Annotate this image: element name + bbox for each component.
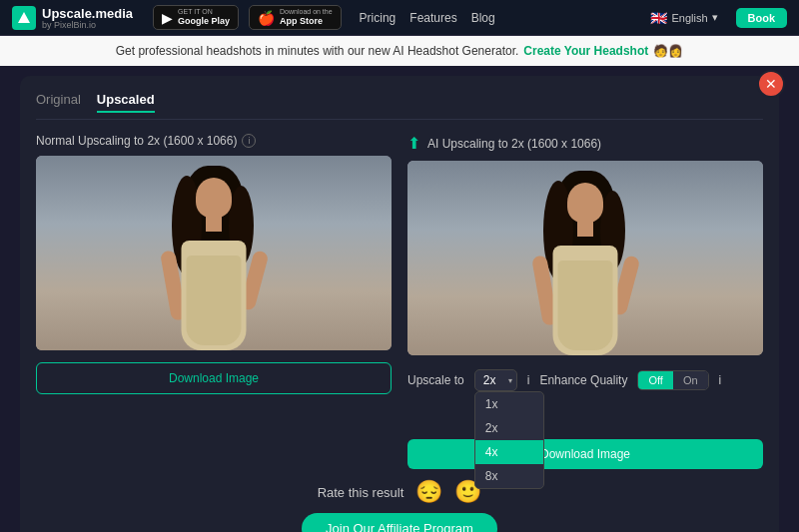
dress xyxy=(187,256,242,345)
upscale-info-icon[interactable]: i xyxy=(527,373,530,387)
left-info-icon[interactable]: i xyxy=(242,134,256,148)
pricing-link[interactable]: Pricing xyxy=(360,11,397,25)
left-image-container xyxy=(36,156,392,350)
app-store-label: Download on the App Store xyxy=(280,8,333,27)
promo-banner: Get professional headshots in minutes wi… xyxy=(0,36,799,66)
logo-name: Upscale.media xyxy=(42,6,133,21)
left-download-button[interactable]: Download Image xyxy=(36,362,392,394)
book-button[interactable]: Book xyxy=(736,8,788,28)
right-image-art xyxy=(407,161,763,355)
tab-upscaled[interactable]: Upscaled xyxy=(97,92,155,113)
tab-original[interactable]: Original xyxy=(36,92,81,113)
close-button[interactable]: ✕ xyxy=(757,70,785,98)
sad-rating-btn[interactable]: 😔 xyxy=(415,479,442,505)
right-panel-title: ⬆ AI Upscaling to 2x (1600 x 1066) xyxy=(407,134,763,153)
language-selector[interactable]: 🇬🇧 English ▾ xyxy=(650,10,717,26)
promo-text: Get professional headshots in minutes wi… xyxy=(116,44,519,58)
upscale-controls: Upscale to 2x ▾ 1x 2x 4x 8x i Enhance Qu… xyxy=(407,369,763,391)
upscale-dropdown: 1x 2x 4x 8x xyxy=(474,391,544,489)
nav-links: Pricing Features Blog xyxy=(360,11,641,25)
right-dress xyxy=(558,261,613,350)
left-title-text: Normal Upscaling to 2x (1600 x 1066) xyxy=(36,134,237,148)
toggle-off-btn[interactable]: Off xyxy=(638,371,672,389)
flag-icon: 🇬🇧 xyxy=(650,10,667,26)
enhance-quality-label: Enhance Quality xyxy=(539,373,627,387)
option-4x[interactable]: 4x xyxy=(475,440,543,464)
main-content: ✕ Original Upscaled Normal Upscaling to … xyxy=(20,76,779,532)
option-8x[interactable]: 8x xyxy=(475,464,543,488)
svg-marker-0 xyxy=(18,12,30,23)
comparison-panels: Normal Upscaling to 2x (1600 x 1066) i xyxy=(36,134,763,469)
right-panel: ⬆ AI Upscaling to 2x (1600 x 1066) xyxy=(407,134,763,469)
right-title-text: AI Upscaling to 2x (1600 x 1066) xyxy=(427,137,601,151)
promo-link[interactable]: Create Your Headshot xyxy=(523,44,648,58)
app-store-btn[interactable]: 🍎 Download on the App Store xyxy=(249,5,342,30)
get-it-on: GET IT ON xyxy=(178,8,230,16)
app-store-name: App Store xyxy=(280,16,323,26)
tabs: Original Upscaled xyxy=(36,92,763,120)
logo-area: Upscale.media by PixelBin.io xyxy=(12,6,133,30)
chevron-down-icon: ▾ xyxy=(712,11,718,24)
right-face xyxy=(567,183,603,223)
upscale-select-wrapper: 2x ▾ 1x 2x 4x 8x xyxy=(474,369,517,391)
right-image-container xyxy=(407,161,763,355)
affiliate-button[interactable]: Join Our Affiliate Program xyxy=(302,513,497,532)
left-panel: Normal Upscaling to 2x (1600 x 1066) i xyxy=(36,134,392,469)
neck xyxy=(206,214,222,232)
ai-upscale-icon: ⬆ xyxy=(407,134,420,153)
download-on: Download on the xyxy=(280,8,333,16)
left-image-art xyxy=(36,156,392,350)
logo-text-group: Upscale.media by PixelBin.io xyxy=(42,6,133,30)
right-neck xyxy=(577,219,593,237)
upscale-select[interactable]: 2x xyxy=(474,369,517,391)
logo-sub: by PixelBin.io xyxy=(42,21,133,30)
affiliate-area: Join Our Affiliate Program xyxy=(36,513,763,532)
option-1x[interactable]: 1x xyxy=(475,392,543,416)
face xyxy=(196,178,232,218)
features-link[interactable]: Features xyxy=(409,11,456,25)
left-panel-title: Normal Upscaling to 2x (1600 x 1066) i xyxy=(36,134,392,148)
logo-icon xyxy=(12,6,36,30)
google-play-label: GET IT ON Google Play xyxy=(178,8,230,27)
rating-area: Rate this result 😔 🙂 xyxy=(36,479,763,505)
blog-link[interactable]: Blog xyxy=(471,11,495,25)
right-download-button[interactable]: Download Image xyxy=(407,439,763,469)
toggle-on-btn[interactable]: On xyxy=(673,371,708,389)
apple-icon: 🍎 xyxy=(258,10,275,26)
play-icon: ▶ xyxy=(162,10,173,26)
enhance-info-icon[interactable]: i xyxy=(719,373,722,387)
option-2x[interactable]: 2x xyxy=(475,416,543,440)
upscale-to-label: Upscale to xyxy=(407,373,464,387)
enhance-toggle: Off On xyxy=(637,370,708,390)
google-play-btn[interactable]: ▶ GET IT ON Google Play xyxy=(153,5,239,30)
promo-emoji: 🧑👩 xyxy=(653,44,683,58)
language-label: English xyxy=(671,12,707,24)
google-play-name: Google Play xyxy=(178,16,230,26)
rate-label: Rate this result xyxy=(318,485,404,500)
navbar: Upscale.media by PixelBin.io ▶ GET IT ON… xyxy=(0,0,799,36)
